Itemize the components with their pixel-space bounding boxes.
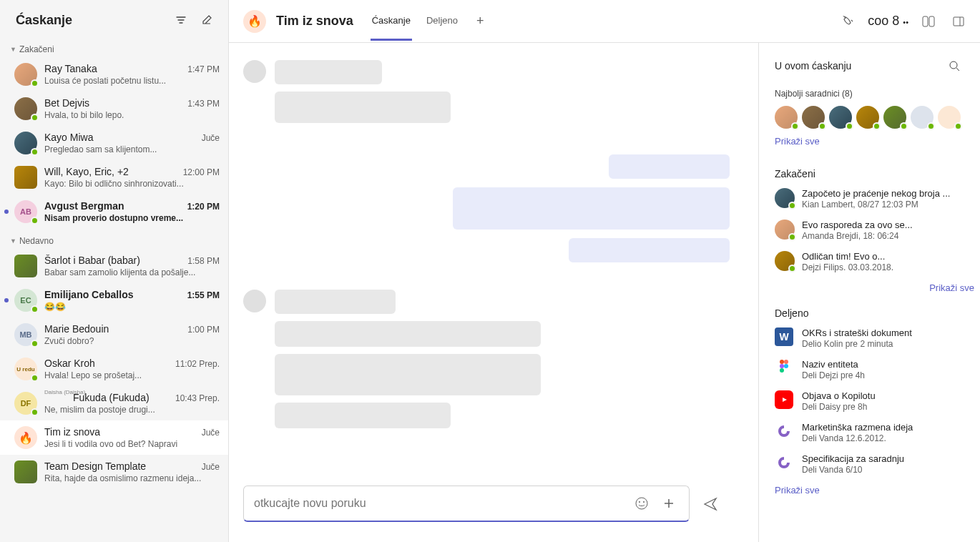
contributor-avatar[interactable] — [938, 106, 961, 129]
chat-name: Kayo Miwa — [44, 132, 196, 143]
compose-box[interactable] — [243, 486, 690, 522]
chat-name: Will, Kayo, Eric, +2 — [44, 166, 177, 177]
section-pinned[interactable]: ▼ Zakačeni — [0, 37, 228, 57]
chat-time: 1:00 PM — [187, 325, 220, 335]
loop-icon — [775, 453, 793, 472]
chat-name: Oskar Kroh — [44, 358, 170, 369]
chat-time: 12:00 PM — [183, 167, 220, 177]
main-area: 🔥 Tim iz snova Ćaskanje Deljeno + coo 8 … — [229, 0, 980, 542]
compose-icon[interactable] — [197, 10, 217, 30]
chat-preview: Nisam proverio dostupno vreme... — [44, 213, 220, 223]
add-tab-button[interactable]: + — [472, 14, 489, 29]
search-icon[interactable] — [944, 56, 964, 76]
chat-name: Emilijano Ceballos — [44, 289, 182, 300]
chat-time: Juče — [202, 428, 220, 438]
tab-chat[interactable]: Ćaskanje — [371, 2, 412, 41]
contributor-avatar[interactable] — [829, 106, 852, 129]
message-bubble[interactable] — [275, 403, 451, 428]
tab-shared[interactable]: Deljeno — [425, 2, 459, 41]
filter-icon[interactable] — [171, 10, 191, 30]
avatar: MB — [14, 323, 37, 346]
message-avatar — [243, 60, 266, 83]
call-icon[interactable] — [838, 11, 858, 31]
message-bubble[interactable] — [275, 290, 396, 314]
chat-time: Juče — [202, 133, 220, 143]
contributors-row — [775, 106, 980, 129]
svg-point-4 — [636, 498, 647, 509]
avatar — [14, 460, 37, 483]
message-self — [243, 187, 730, 230]
info-panel: U ovom ćaskanju Najbolji saradnici (8) P… — [758, 43, 980, 542]
chat-time: 10:43 Prep. — [175, 393, 220, 403]
chat-item[interactable]: EC Emilijano Ceballos1:55 PM 😂😂 — [0, 283, 228, 317]
message-bubble[interactable] — [275, 60, 382, 84]
header-tabs: Ćaskanje Deljeno + — [371, 2, 489, 41]
chat-list[interactable]: ▼ Zakačeni Ray Tanaka1:47 PM Louisa će p… — [0, 37, 228, 542]
shared-file[interactable]: Naziv entitetaDeli Dejzi pre 4h — [775, 359, 980, 380]
shared-file[interactable]: W OKRs i strateški dokumentDelio Kolin p… — [775, 327, 980, 349]
pinned-message[interactable]: Odličan tim! Evo o...Dejzi Filips. 03.03… — [775, 251, 980, 272]
chat-name: Marie Bedouin — [44, 323, 182, 335]
chat-name: Avgust Bergman — [44, 200, 182, 212]
chat-time: 1:43 PM — [187, 99, 220, 109]
message-bubble[interactable] — [275, 354, 541, 395]
participants-count[interactable]: coo 8 •• — [868, 14, 908, 29]
svg-rect-0 — [923, 16, 928, 26]
panel-title: U ovom ćaskanju — [775, 60, 851, 72]
shared-file[interactable]: Specifikacija za saradnjuDeli Vanda 6/10 — [775, 453, 980, 475]
chat-item[interactable]: Šarlot i Babar (babar)1:58 PM Babar sam … — [0, 249, 228, 283]
chat-preview: Louisa će poslati početnu listu... — [44, 76, 220, 86]
figma-icon — [775, 359, 793, 378]
section-recent[interactable]: ▼ Nedavno — [0, 229, 228, 249]
shared-file[interactable]: Marketinška razmena idejaDeli Vanda 12.6… — [775, 422, 980, 443]
message-bubble[interactable] — [453, 187, 730, 230]
message-bubble[interactable] — [609, 154, 730, 179]
avatar: AB — [14, 200, 37, 223]
chat-preview: Ne, mislim da postoje drugi... — [44, 405, 220, 415]
chat-time: 1:58 PM — [187, 256, 220, 266]
attach-icon[interactable] — [659, 493, 679, 513]
contributor-avatar[interactable] — [883, 106, 906, 129]
contributors-label: Najbolji saradnici (8) — [775, 89, 980, 99]
chat-item[interactable]: AB Avgust Bergman1:20 PM Nisam proverio … — [0, 194, 228, 229]
avatar — [775, 220, 795, 240]
contributor-avatar[interactable] — [856, 106, 879, 129]
message-other — [243, 60, 730, 123]
chat-item-active[interactable]: Tim iz snovaJuče Jesi li ti vodila ovo o… — [0, 420, 228, 455]
pinned-message[interactable]: Započeto je praćenje nekog broja ...Kian… — [775, 188, 980, 210]
pinned-message[interactable]: Evo rasporeda za ovo se...Amanda Brejdi,… — [775, 220, 980, 241]
contributor-avatar[interactable] — [802, 106, 825, 129]
chat-item[interactable]: Team Design TemplateJuče Rita, hajde da … — [0, 455, 228, 489]
contributor-avatar[interactable] — [911, 106, 934, 129]
emoji-icon[interactable] — [632, 493, 652, 513]
copilot-icon[interactable] — [918, 11, 939, 31]
message-bubble[interactable] — [275, 92, 451, 123]
send-button[interactable] — [698, 492, 722, 516]
contributor-avatar[interactable] — [775, 106, 798, 129]
chat-item[interactable]: DF Daisha (Daisha)Fukuda (Fukuda)10:43 P… — [0, 386, 228, 420]
avatar — [14, 426, 37, 449]
show-all-link[interactable]: Prikaži sve — [775, 136, 820, 147]
message-avatar — [243, 290, 266, 312]
chat-item[interactable]: Kayo MiwaJuče Pregledao sam sa klijentom… — [0, 126, 228, 160]
chat-preview: Rita, hajde da osmislimo razmenu ideja..… — [44, 473, 220, 483]
message-bubble[interactable] — [569, 238, 730, 262]
chat-item[interactable]: Will, Kayo, Eric, +212:00 PM Kayo: Bilo … — [0, 160, 228, 194]
chat-item[interactable]: MB Marie Bedouin1:00 PM Zvuči dobro? — [0, 317, 228, 352]
message-input[interactable] — [254, 497, 624, 510]
chat-item[interactable]: U redu Oskar Kroh11:02 Prep. Hvala! Lepo… — [0, 352, 228, 386]
avatar — [14, 132, 37, 154]
shared-file[interactable]: Objava o KopilotuDeli Daisy pre 8h — [775, 390, 980, 412]
chat-item[interactable]: Bet Dejvis1:43 PM Hvala, to bi bilo lepo… — [0, 92, 228, 126]
chat-time: 1:47 PM — [187, 64, 220, 74]
sidebar-title: Ćaskanje — [16, 13, 165, 28]
svg-point-12 — [784, 360, 788, 364]
chat-time: 11:02 Prep. — [175, 359, 220, 369]
show-all-link[interactable]: Prikaži sve — [775, 282, 980, 293]
show-all-link[interactable]: Prikaži sve — [775, 485, 820, 496]
panel-toggle-icon[interactable] — [949, 11, 969, 31]
svg-rect-1 — [929, 16, 934, 26]
message-bubble[interactable] — [275, 321, 541, 347]
chat-item[interactable]: Ray Tanaka1:47 PM Louisa će poslati poče… — [0, 57, 228, 92]
chat-title: Tim iz snova — [276, 14, 353, 29]
